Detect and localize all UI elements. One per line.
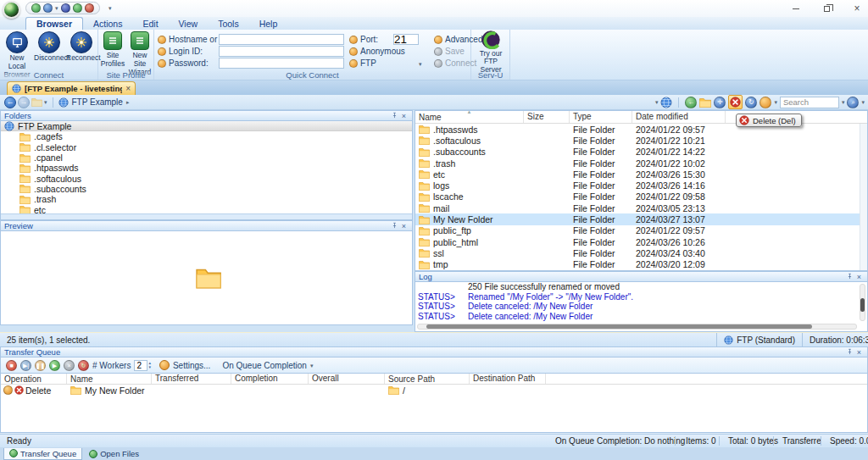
restore-button[interactable]: [821, 3, 832, 14]
site-profiles-button[interactable]: Site Profiles: [99, 31, 126, 69]
ribbon-tab[interactable]: Actions: [83, 17, 132, 30]
qat-transfer-icon[interactable]: [73, 3, 82, 13]
servu-try-button[interactable]: Try our FTP Server: [473, 30, 509, 74]
tree-item[interactable]: .cpanel: [1, 152, 412, 163]
ribbon-tab[interactable]: Edit: [132, 17, 168, 30]
workers-stepper[interactable]: ▴ ▾: [134, 360, 151, 371]
qat-site-profiles-icon[interactable]: [43, 3, 53, 13]
queue-col-name[interactable]: Name: [67, 374, 152, 384]
file-row[interactable]: .softaculous File Folder 2024/01/22 10:2…: [415, 135, 867, 146]
tree-item[interactable]: .subaccounts: [1, 184, 412, 194]
file-row[interactable]: mail File Folder 2024/03/05 23:13: [415, 202, 867, 213]
log-close-icon[interactable]: ×: [854, 272, 864, 281]
log-pin-icon[interactable]: [845, 272, 854, 281]
refresh-globe-button[interactable]: [660, 97, 672, 108]
file-row[interactable]: public_html File Folder 2024/03/26 10:26: [415, 236, 867, 247]
search-input[interactable]: [780, 97, 839, 108]
queue-col-completion[interactable]: Completion: [231, 374, 309, 384]
transfer-button[interactable]: [760, 97, 771, 108]
protocol-select[interactable]: FTP: [349, 58, 376, 69]
move-button[interactable]: ✛: [714, 97, 726, 108]
queue-row[interactable]: Delete My New Folder /: [1, 385, 867, 396]
tree-item[interactable]: .trash: [1, 194, 412, 204]
file-row[interactable]: public_ftp File Folder 2024/01/22 09:57: [415, 225, 867, 236]
queue-col-operation[interactable]: Operation: [1, 374, 67, 384]
queue-pause-button[interactable]: ❚❚: [35, 360, 46, 371]
qat-connect-icon[interactable]: [31, 3, 41, 13]
disconnect-button[interactable]: Disconnect: [34, 31, 64, 63]
folders-pin-icon[interactable]: [390, 111, 399, 120]
queue-pin-icon[interactable]: [845, 347, 854, 357]
toolbar-overflow-icon[interactable]: ▾: [655, 99, 659, 105]
queue-stop-button[interactable]: ■: [6, 360, 17, 371]
log-vertical-scrollbar[interactable]: [860, 284, 865, 321]
on-queue-completion-button[interactable]: On Queue Completion: [222, 361, 307, 370]
preview-pin-icon[interactable]: [390, 221, 399, 230]
close-button[interactable]: ×: [851, 3, 863, 14]
file-row[interactable]: logs File Folder 2024/03/26 14:16: [415, 180, 867, 191]
file-list-scrollbar[interactable]: [860, 124, 867, 270]
login-id-input[interactable]: [219, 46, 344, 57]
session-tab-close-icon[interactable]: ×: [125, 84, 131, 93]
app-logo-icon[interactable]: [3, 1, 20, 19]
file-row[interactable]: tmp File Folder 2024/03/20 12:09: [415, 259, 867, 270]
column-header-name[interactable]: ▲ Name: [415, 111, 524, 123]
protocol-dropdown-icon[interactable]: ▾: [419, 61, 422, 67]
log-horizontal-scrollbar[interactable]: [417, 324, 857, 330]
rename-button[interactable]: ↻: [745, 97, 757, 108]
transfer-dropdown-icon[interactable]: ▾: [774, 99, 777, 105]
search-dropdown-icon[interactable]: ▾: [842, 99, 845, 105]
queue-cancel-button[interactable]: ×: [64, 360, 75, 371]
queue-close-icon[interactable]: ×: [854, 347, 864, 357]
folders-close-icon[interactable]: ×: [399, 111, 409, 120]
settings-button[interactable]: Settings...: [173, 361, 210, 370]
ribbon-tab[interactable]: View: [169, 17, 209, 30]
queue-skip-button[interactable]: ▶|: [20, 360, 31, 371]
back-button[interactable]: ←: [4, 97, 16, 108]
queue-col-source-path[interactable]: Source Path: [385, 374, 470, 384]
qat-overflow-icon[interactable]: ▾: [108, 5, 112, 12]
ribbon-tab[interactable]: Browser: [25, 17, 83, 30]
session-tab[interactable]: [FTP Example - livetestingd... ×: [7, 81, 136, 95]
forward-button[interactable]: →: [18, 97, 30, 108]
workers-down-icon[interactable]: ▾: [148, 365, 151, 369]
port-input[interactable]: [393, 34, 419, 45]
queue-col-overall[interactable]: Overall: [309, 374, 385, 384]
file-row[interactable]: My New Folder File Folder 2024/03/27 13:…: [415, 213, 867, 224]
ribbon-tab[interactable]: Help: [249, 17, 288, 30]
go-back-root-button[interactable]: ←: [685, 97, 697, 108]
minimize-button[interactable]: [790, 3, 802, 14]
queue-retry-button[interactable]: ↻: [78, 360, 89, 371]
breadcrumb-arrow-icon[interactable]: ▸: [126, 99, 130, 105]
bottom-tab[interactable]: Transfer Queue: [3, 448, 82, 460]
file-row[interactable]: lscache File Folder 2024/01/22 09:58: [415, 191, 867, 202]
file-row[interactable]: .subaccounts File Folder 2024/01/22 14:2…: [415, 147, 867, 158]
bottom-tab[interactable]: Open Files: [84, 448, 144, 460]
qat-disconnect-icon[interactable]: [85, 3, 94, 13]
ribbon-tab[interactable]: Tools: [208, 17, 249, 30]
file-row[interactable]: etc File Folder 2024/03/26 15:30: [415, 169, 867, 180]
anonymous-toggle[interactable]: Anonymous: [349, 46, 405, 57]
qat-settings-icon[interactable]: [61, 3, 70, 13]
breadcrumb[interactable]: FTP Example ▸: [58, 97, 130, 108]
new-folder-button[interactable]: [699, 97, 711, 108]
qat-dropdown-icon[interactable]: ▾: [55, 5, 58, 11]
search-options-icon[interactable]: ▾: [861, 99, 865, 105]
column-header-type[interactable]: Type: [570, 111, 632, 123]
search-icon[interactable]: ⌕: [847, 97, 859, 108]
tree-scrollbar[interactable]: [1, 213, 412, 219]
hostname-input[interactable]: [219, 34, 344, 45]
tree-root-item[interactable]: FTP Example: [1, 121, 412, 131]
tree-item[interactable]: .softaculous: [1, 173, 412, 183]
tree-item[interactable]: .cl.selector: [1, 142, 412, 152]
file-row[interactable]: .trash File Folder 2024/01/22 10:02: [415, 158, 867, 169]
queue-col-destination-path[interactable]: Destination Path: [470, 374, 546, 384]
tree-item[interactable]: .cagefs: [1, 131, 412, 141]
column-header-size[interactable]: Size: [524, 111, 570, 123]
delete-button[interactable]: [728, 95, 743, 109]
workers-input[interactable]: [134, 360, 147, 371]
completion-dropdown-icon[interactable]: ▾: [310, 363, 314, 369]
reconnect-button[interactable]: Reconnect: [66, 31, 97, 63]
password-input[interactable]: [219, 58, 344, 69]
queue-start-button[interactable]: ▶: [49, 360, 60, 371]
